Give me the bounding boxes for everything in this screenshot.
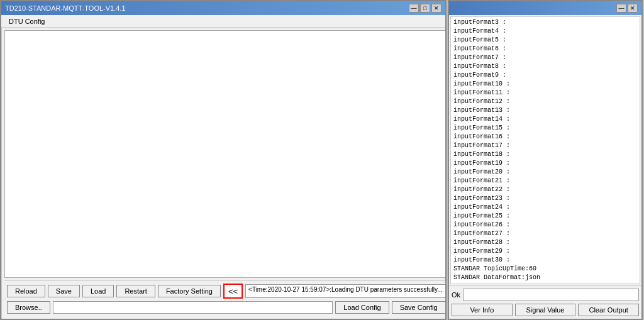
log-line: inputFormat30 : — [453, 256, 637, 265]
output-box: <Time:2020-10-27 15:59:07>:Loading DTU p… — [245, 284, 445, 298]
right-bottom: Ok Ver Info Signal Value Clear Output — [449, 285, 641, 319]
arrow-button[interactable]: << — [223, 284, 243, 299]
log-line: inputFormat5 : — [453, 36, 637, 45]
content-panel — [4, 30, 445, 278]
log-line: inputFormat28 : — [453, 238, 637, 247]
ok-input[interactable] — [463, 289, 639, 301]
ok-row: Ok — [452, 289, 639, 301]
log-line: inputFormat10 : — [453, 80, 637, 89]
arrow-left-icon: << — [228, 287, 238, 296]
right-minimize-button[interactable]: — — [616, 4, 626, 13]
log-line: STANDAR DataFormat:json — [453, 273, 637, 282]
log-line: inputFormat22 : — [453, 185, 637, 194]
browse-button[interactable]: Browse.. — [7, 301, 50, 314]
log-line: inputFormat25 : — [453, 212, 637, 221]
bottom-toolbar: Reload Save Load Restart Factory Setting… — [4, 280, 445, 316]
right-titlebar: — ✕ — [449, 1, 641, 15]
left-window-title: TD210-STANDAR-MQTT-TOOL-V1.4.1 — [5, 4, 126, 12]
reload-button[interactable]: Reload — [7, 285, 45, 297]
log-line: STANDAR TopicUpTime:60 — [453, 265, 637, 273]
save-button[interactable]: Save — [48, 285, 80, 297]
left-window: TD210-STANDAR-MQTT-TOOL-V1.4.1 — □ ✕ DTU… — [0, 0, 447, 320]
left-titlebar-buttons: — □ ✕ — [409, 4, 441, 13]
window-body: Download Tool Debug Tool ▼ DTU Config — … — [1, 28, 445, 319]
log-line: inputFormat3 : — [453, 18, 637, 27]
toolbar-row-1: Reload Save Load Restart Factory Setting… — [7, 284, 445, 299]
menu-dtu-config[interactable]: DTU Config — [4, 16, 50, 26]
log-line: inputFormat19 : — [453, 159, 637, 168]
log-line: inputFormat24 : — [453, 203, 637, 212]
save-config-button[interactable]: Save Config — [392, 301, 445, 314]
log-line: inputFormat9 : — [453, 71, 637, 80]
command-input[interactable] — [53, 301, 333, 314]
log-line: inputFormat16 : — [453, 133, 637, 141]
menubar: DTU Config — [1, 15, 445, 28]
log-line: inputFormat26 : — [453, 221, 637, 229]
close-button[interactable]: ✕ — [431, 4, 441, 13]
log-line: inputFormat8 : — [453, 62, 637, 71]
log-line: inputFormat12 : — [453, 97, 637, 106]
toolbar-row-2: Browse.. Load Config Save Config — [7, 301, 445, 314]
left-titlebar: TD210-STANDAR-MQTT-TOOL-V1.4.1 — □ ✕ — [1, 1, 445, 15]
right-window: — ✕ parameterStr27 :parameterStr28 :para… — [448, 0, 643, 320]
clear-output-button[interactable]: Clear Output — [578, 304, 639, 316]
log-line: inputFormat23 : — [453, 194, 637, 203]
log-line: inputFormat7 : — [453, 53, 637, 62]
maximize-button[interactable]: □ — [420, 4, 430, 13]
log-line: inputFormat4 : — [453, 27, 637, 36]
factory-setting-button[interactable]: Factory Setting — [158, 285, 221, 297]
output-text: <Time:2020-10-27 15:59:07>:Loading DTU p… — [248, 286, 443, 293]
log-line: inputFormat21 : — [453, 177, 637, 185]
log-line: inputFormat6 : — [453, 45, 637, 53]
restart-button[interactable]: Restart — [116, 285, 155, 297]
log-line: inputFormat27 : — [453, 229, 637, 238]
load-config-button[interactable]: Load Config — [335, 301, 389, 314]
log-area: parameterStr27 :parameterStr28 :paramete… — [450, 16, 640, 284]
signal-value-button[interactable]: Signal Value — [515, 304, 576, 316]
minimize-button[interactable]: — — [409, 4, 419, 13]
right-btn-row: Ver Info Signal Value Clear Output — [452, 304, 639, 316]
log-line: inputFormat17 : — [453, 141, 637, 150]
log-line: inputFormat11 : — [453, 89, 637, 97]
log-line: inputFormat13 : — [453, 106, 637, 115]
log-line: inputFormat15 : — [453, 124, 637, 133]
log-line: inputFormat20 : — [453, 168, 637, 177]
load-button[interactable]: Load — [82, 285, 114, 297]
ver-info-button[interactable]: Ver Info — [452, 304, 513, 316]
right-close-button[interactable]: ✕ — [628, 4, 638, 13]
log-line: inputFormat14 : — [453, 115, 637, 124]
log-line: inputFormat18 : — [453, 150, 637, 159]
log-line: inputFormat29 : — [453, 247, 637, 256]
ok-label: Ok — [452, 291, 460, 299]
main-content: Reload Save Load Restart Factory Setting… — [2, 28, 445, 319]
